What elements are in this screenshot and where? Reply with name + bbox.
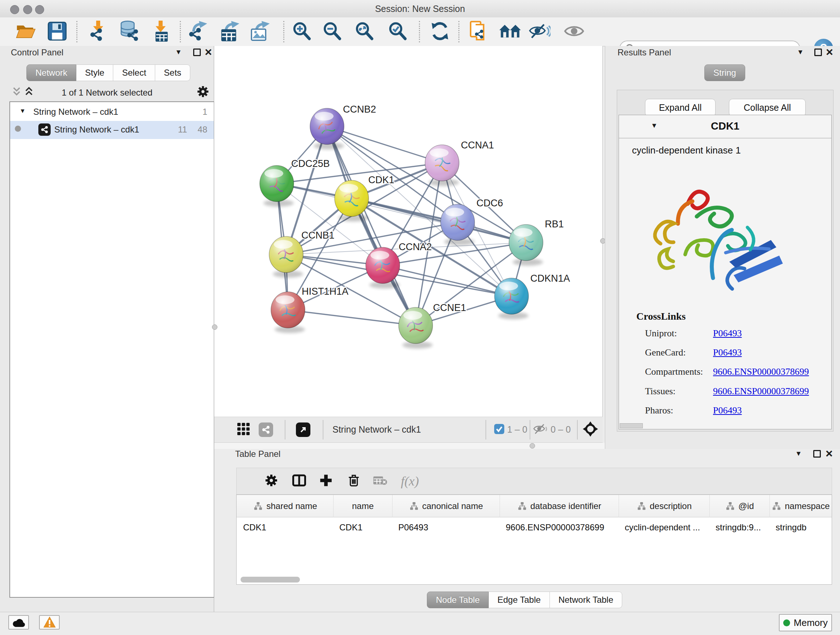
network-node-ccna2[interactable] <box>366 247 400 288</box>
column-header-shared-name[interactable]: shared name <box>237 495 333 517</box>
table-cell[interactable]: P06493 <box>393 517 500 538</box>
export-table-icon[interactable] <box>220 21 240 43</box>
network-node-ccnb1[interactable] <box>269 236 303 278</box>
table-panel-float-icon[interactable] <box>813 450 821 458</box>
tab-sets[interactable]: Sets <box>155 65 190 81</box>
crosslink-pharos-link[interactable]: P06493 <box>713 405 742 416</box>
import-network-database-icon[interactable] <box>118 21 140 43</box>
collapse-all-button[interactable]: Collapse All <box>729 99 806 117</box>
zoom-fit-icon[interactable] <box>355 22 374 42</box>
crosslink-uniprot-link[interactable]: P06493 <box>713 328 742 339</box>
selected-nodes-checkbox-icon[interactable] <box>494 424 505 436</box>
network-node-ccna1[interactable] <box>425 145 459 186</box>
namespace-tree-icon <box>772 501 782 511</box>
column-header-description[interactable]: description <box>619 495 710 517</box>
toolbar-separator <box>180 21 181 42</box>
tab-network[interactable]: Network <box>27 65 76 81</box>
grid-view-icon[interactable] <box>237 423 249 437</box>
network-node-count: 11 <box>178 125 187 135</box>
network-options-gear-icon[interactable] <box>197 86 209 99</box>
column-header-label: namespace <box>785 501 829 511</box>
table-cell[interactable]: cyclin-dependent ... <box>619 517 710 538</box>
column-header-canonical-name[interactable]: canonical name <box>393 495 500 517</box>
column-header-namespace[interactable]: namespace <box>770 495 832 517</box>
import-network-file-icon[interactable] <box>88 21 107 43</box>
table-cell[interactable]: CDK1 <box>333 517 393 538</box>
network-edge[interactable] <box>327 126 442 163</box>
tab-node-table[interactable]: Node Table <box>427 592 489 608</box>
network-edge[interactable] <box>288 310 416 325</box>
birdseye-crosshair-icon[interactable] <box>583 421 598 438</box>
network-node-cdk1[interactable] <box>335 180 369 222</box>
control-panel-close-icon[interactable]: × <box>205 47 212 57</box>
column-header-name[interactable]: name <box>333 495 393 517</box>
function-builder-icon[interactable]: f(x) <box>401 473 419 489</box>
table-panel-close-icon[interactable]: × <box>826 448 833 458</box>
memory-button[interactable]: Memory <box>779 614 832 631</box>
network-overview-share-icon[interactable] <box>259 423 273 437</box>
tab-network-table[interactable]: Network Table <box>550 592 622 608</box>
string-home-icon[interactable] <box>499 23 521 41</box>
refresh-icon[interactable] <box>430 21 450 42</box>
clone-network-icon[interactable] <box>469 21 488 43</box>
table-cell[interactable]: CDK1 <box>237 517 333 538</box>
column-header-database-identifier[interactable]: database identifier <box>500 495 619 517</box>
control-panel-menu-icon[interactable]: ▼ <box>175 48 182 56</box>
delete-column-trash-icon[interactable] <box>347 473 360 489</box>
hidden-eye-slash-icon[interactable] <box>533 423 548 436</box>
hide-results-icon[interactable] <box>529 23 551 41</box>
open-session-icon[interactable] <box>16 23 36 41</box>
tab-style[interactable]: Style <box>76 65 113 81</box>
network-node-rb1[interactable] <box>509 225 543 266</box>
detach-view-icon[interactable] <box>296 423 310 437</box>
left-splitter-handle[interactable] <box>212 325 218 330</box>
table-panel-menu-icon[interactable]: ▼ <box>795 450 802 458</box>
table-cell[interactable]: stringdb:9... <box>710 517 770 538</box>
network-collection-row[interactable]: ▼ String Network – cdk1 1 <box>10 103 214 121</box>
table-cell[interactable]: 9606.ENSP00000378699 <box>500 517 619 538</box>
gene-card-header[interactable]: ▼ CDK1 <box>619 115 831 138</box>
import-table-icon[interactable] <box>151 21 171 43</box>
show-columns-icon[interactable] <box>292 474 306 488</box>
cloud-button[interactable] <box>8 615 29 630</box>
table-cell[interactable]: stringdb <box>770 517 832 538</box>
results-panel-close-icon[interactable]: × <box>826 47 833 57</box>
table-settings-gear-icon[interactable] <box>265 474 278 488</box>
zoom-in-icon[interactable] <box>292 22 311 42</box>
tab-edge-table[interactable]: Edge Table <box>489 592 550 608</box>
results-panel-menu-icon[interactable]: ▼ <box>797 48 804 56</box>
crosslink-tissues-link[interactable]: 9606.ENSP00000378699 <box>713 386 809 397</box>
network-node-cdc25b[interactable] <box>260 165 294 207</box>
control-panel-float-icon[interactable] <box>193 49 201 56</box>
network-graph[interactable]: CCNB2CCNA1CDC25BCDK1CDC6RB1CCNB1CCNA2CDK… <box>214 46 602 416</box>
table-hscrollbar-thumb[interactable] <box>240 577 300 583</box>
delete-table-icon[interactable] <box>373 475 387 487</box>
network-node-ccne1[interactable] <box>399 307 433 348</box>
warnings-button[interactable] <box>39 615 60 630</box>
card-scrollbar-thumb[interactable] <box>620 423 643 428</box>
network-row-selected[interactable]: String Network – cdk1 11 48 <box>10 121 214 139</box>
crosslink-genecard-link[interactable]: P06493 <box>713 347 742 358</box>
network-node-ccnb2[interactable] <box>310 108 344 149</box>
collection-expand-icon[interactable]: ▼ <box>19 108 26 115</box>
network-node-cdc6[interactable] <box>441 204 475 245</box>
network-node-hist1h1a[interactable] <box>271 292 305 333</box>
control-panel-tabs: Network Style Select Sets <box>27 65 190 80</box>
export-network-icon[interactable] <box>188 21 207 43</box>
crosslink-compartments-link[interactable]: 9606.ENSP00000378699 <box>713 366 809 377</box>
export-image-icon[interactable] <box>250 21 270 43</box>
tab-select[interactable]: Select <box>113 65 155 81</box>
zoom-selected-icon[interactable] <box>388 22 407 42</box>
bottom-splitter-handle[interactable] <box>530 443 535 448</box>
network-node-cdkn1a[interactable] <box>494 278 529 319</box>
network-current-dot-icon <box>15 126 21 132</box>
column-header--id[interactable]: @id <box>710 495 770 517</box>
save-session-icon[interactable] <box>48 22 66 42</box>
results-panel-float-icon[interactable] <box>814 49 822 56</box>
network-canvas[interactable]: CCNB2CCNA1CDC25BCDK1CDC6RB1CCNB1CCNA2CDK… <box>214 46 603 417</box>
tab-string[interactable]: String <box>704 65 745 81</box>
zoom-out-icon[interactable] <box>323 22 341 42</box>
add-column-plus-icon[interactable] <box>320 474 332 488</box>
show-results-icon[interactable] <box>564 24 584 40</box>
expand-all-button[interactable]: Expand All <box>645 99 715 117</box>
